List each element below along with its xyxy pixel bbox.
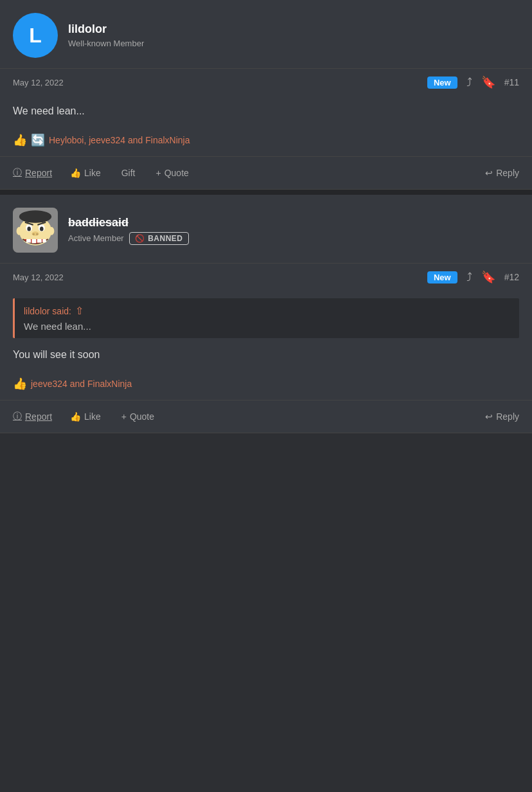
post-text-12: You will see it soon [13,347,519,363]
like-icon-11: 👍 [70,168,81,178]
user-role-11: Well-known Member [68,39,144,48]
post-meta-right-11: New ⤴ 🔖 #11 [427,75,519,89]
user-info-12: baddiesaid Active Member 🚫 BANNED [68,216,189,245]
avatar-11[interactable]: L [13,13,58,58]
action-bar-12: ⓘ Report 👍 Like + Quote ↩ Reply [0,400,532,433]
reaction-like-icon: 👍 [13,133,27,147]
banned-icon: 🚫 [135,234,145,243]
quote-text-12: We need lean... [24,321,510,332]
svg-rect-12 [31,239,36,243]
report-icon-11: ⓘ [13,167,22,179]
post-number-11: #11 [504,77,519,87]
like-button-12[interactable]: 👍 Like [60,409,111,424]
plus-icon-12: + [121,411,127,422]
user-header-12: baddiesaid Active Member 🚫 BANNED [0,195,532,263]
post-date-11: May 12, 2022 [13,78,64,87]
svg-point-15 [17,227,22,235]
avatar-12[interactable] [13,208,58,253]
new-badge-12[interactable]: New [427,271,457,284]
quote-block-12: lildolor said: ⇧ We need lean... [13,298,519,338]
report-button-12[interactable]: ⓘ Report [13,408,60,425]
svg-point-16 [49,227,54,235]
svg-point-9 [32,233,35,236]
post-meta-right-12: New ⤴ 🔖 #12 [427,270,519,284]
svg-point-5 [40,226,44,231]
bookmark-icon-12[interactable]: 🔖 [481,270,495,284]
svg-rect-13 [37,239,42,243]
username-11[interactable]: lildolor [68,22,144,36]
svg-point-10 [36,233,39,236]
user-header-11: L lildolor Well-known Member [0,0,532,68]
post-meta-11: May 12, 2022 New ⤴ 🔖 #11 [0,68,532,94]
svg-rect-14 [42,239,46,242]
post-date-12: May 12, 2022 [13,273,64,282]
troll-face-svg [13,208,58,253]
quote-button-12[interactable]: + Quote [111,409,164,424]
svg-point-4 [27,226,31,231]
username-12[interactable]: baddiesaid [68,216,189,230]
report-icon-12: ⓘ [13,411,22,422]
user-info-11: lildolor Well-known Member [68,22,144,48]
banned-badge-12: 🚫 BANNED [129,232,189,245]
post-text-11: We need lean... [13,104,519,119]
plus-icon-11: + [156,168,161,178]
post-meta-12: May 12, 2022 New ⤴ 🔖 #12 [0,263,532,289]
share-icon-12[interactable]: ⤴ [466,271,472,284]
bookmark-icon-11[interactable]: 🔖 [481,75,495,89]
reply-icon-11: ↩ [485,168,493,178]
reactions-12: 👍 jeeve324 and FinalxNinja [0,373,532,400]
user-role-12: Active Member 🚫 BANNED [68,232,189,245]
reaction-swap-icon: 🔄 [31,133,45,147]
reaction-users-11[interactable]: Heyloboi, jeeve324 and FinalxNinja [49,135,190,145]
post-card-12: baddiesaid Active Member 🚫 BANNED May 12… [0,195,532,433]
post-content-12: lildolor said: ⇧ We need lean... You wil… [0,289,532,373]
quote-button-11[interactable]: + Quote [146,165,199,181]
reply-icon-12: ↩ [485,411,493,422]
action-bar-11: ⓘ Report 👍 Like Gift + Quote ↩ Reply [0,156,532,189]
divider-1 [0,190,532,195]
reply-button-12[interactable]: ↩ Reply [477,409,519,424]
svg-rect-11 [26,239,31,243]
like-button-11[interactable]: 👍 Like [60,165,111,181]
reaction-like-icon-12: 👍 [13,377,27,391]
gift-button-11[interactable]: Gift [111,165,146,181]
reaction-users-12[interactable]: jeeve324 and FinalxNinja [31,379,132,389]
post-content-11: We need lean... [0,94,532,129]
report-button-11[interactable]: ⓘ Report [13,165,60,181]
svg-point-17 [19,210,51,223]
post-number-12: #12 [504,272,519,282]
quote-link-icon[interactable]: ⇧ [75,305,84,317]
reply-button-11[interactable]: ↩ Reply [477,165,519,181]
new-badge-11[interactable]: New [427,76,457,89]
quote-author-12: lildolor said: ⇧ [24,305,510,317]
like-icon-12: 👍 [70,411,81,422]
post-card-11: L lildolor Well-known Member May 12, 202… [0,0,532,190]
reactions-11: 👍 🔄 Heyloboi, jeeve324 and FinalxNinja [0,129,532,156]
share-icon-11[interactable]: ⤴ [466,76,472,89]
